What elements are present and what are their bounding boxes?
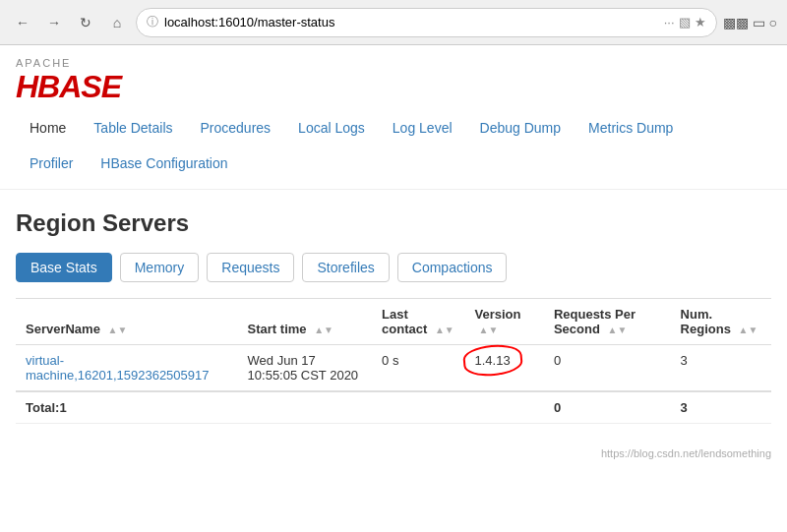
nav-item-debug-dump[interactable]: Debug Dump [466, 110, 575, 146]
footer-watermark: https://blog.csdn.net/lendsomething [0, 443, 787, 463]
tab-storefiles[interactable]: Storefiles [302, 253, 389, 282]
nav-item-local-logs[interactable]: Local Logs [284, 110, 379, 146]
region-servers-table: ServerName ▲▼ Start time ▲▼ Last contact… [16, 298, 771, 424]
watermark-text: https://blog.csdn.net/lendsomething [601, 447, 771, 459]
nav-item-metrics-dump[interactable]: Metrics Dump [575, 110, 687, 146]
total-empty-1 [238, 391, 372, 424]
col-start-time: Start time ▲▼ [238, 299, 372, 345]
total-empty-2 [372, 391, 464, 424]
profile-icon: ○ [769, 15, 777, 30]
library-icon: ▩▩ [723, 15, 749, 30]
logo-area: APACHE HBASE [0, 45, 787, 110]
nav-item-log-level[interactable]: Log Level [379, 110, 466, 146]
total-rps: 0 [544, 391, 671, 424]
browser-chrome: ← → ↻ ⌂ ⓘ localhost:16010/master-status … [0, 0, 787, 45]
sort-icon-start[interactable]: ▲▼ [314, 325, 333, 335]
logo-apache: APACHE [16, 57, 771, 69]
back-button[interactable]: ← [10, 10, 35, 35]
tabs-bar: Base Stats Memory Requests Storefiles Co… [16, 253, 771, 282]
sort-icon-rps[interactable]: ▲▼ [608, 325, 628, 335]
header-nav: APACHE HBASE Home Table Details Procedur… [0, 45, 787, 190]
url-text: localhost:16010/master-status [164, 15, 658, 30]
col-last-contact: Last contact ▲▼ [372, 299, 464, 345]
tab-base-stats[interactable]: Base Stats [16, 253, 112, 282]
table-row: virtual-machine,16201,1592362505917 Wed … [16, 345, 771, 392]
logo-hbase: HBASE [16, 69, 121, 104]
address-bar-icons: ··· ▧ ★ [664, 15, 706, 30]
sidebar-icon: ▭ [753, 15, 765, 30]
cell-version: 1.4.13 [465, 345, 544, 392]
sort-icon-regions[interactable]: ▲▼ [739, 325, 758, 335]
cell-num-regions: 3 [671, 345, 771, 392]
nav-item-hbase-config[interactable]: HBase Configuration [87, 146, 241, 181]
col-requests-per-second: Requests Per Second ▲▼ [544, 299, 671, 345]
total-empty-3 [465, 391, 544, 424]
nav-item-table-details[interactable]: Table Details [80, 110, 186, 146]
main-content: Region Servers Base Stats Memory Request… [0, 190, 787, 443]
home-button[interactable]: ⌂ [104, 10, 130, 35]
total-regions: 3 [671, 391, 771, 424]
tab-requests[interactable]: Requests [207, 253, 294, 282]
col-server-name: ServerName ▲▼ [16, 299, 238, 345]
bookmark-icon: ★ [695, 15, 706, 30]
total-row: Total:1 0 3 [16, 391, 771, 424]
address-bar[interactable]: ⓘ localhost:16010/master-status ··· ▧ ★ [136, 8, 717, 37]
nav-item-home[interactable]: Home [16, 110, 80, 146]
col-num-regions: Num. Regions ▲▼ [671, 299, 771, 345]
page-content: APACHE HBASE Home Table Details Procedur… [0, 45, 787, 463]
shield-icon: ▧ [679, 15, 691, 30]
cell-requests-per-second: 0 [544, 345, 671, 392]
tab-compactions[interactable]: Compactions [397, 253, 508, 282]
security-icon: ⓘ [147, 14, 158, 30]
sort-icon-contact[interactable]: ▲▼ [435, 325, 454, 335]
cell-last-contact: 0 s [372, 345, 464, 392]
forward-button[interactable]: → [41, 10, 67, 35]
nav-bar-row1: Home Table Details Procedures Local Logs… [0, 110, 787, 146]
more-icon: ··· [664, 15, 675, 30]
cell-start-time: Wed Jun 17 10:55:05 CST 2020 [238, 345, 372, 392]
nav-item-procedures[interactable]: Procedures [187, 110, 285, 146]
server-link[interactable]: virtual-machine,16201,1592362505917 [26, 353, 210, 383]
total-label: Total:1 [16, 391, 238, 424]
nav-item-profiler[interactable]: Profiler [16, 146, 87, 181]
refresh-button[interactable]: ↻ [73, 10, 98, 35]
sort-icon-version[interactable]: ▲▼ [479, 325, 499, 335]
section-title: Region Servers [16, 209, 771, 237]
tab-memory[interactable]: Memory [120, 253, 200, 282]
nav-bar-row2: Profiler HBase Configuration [0, 146, 787, 189]
cell-server-name: virtual-machine,16201,1592362505917 [16, 345, 238, 392]
col-version: Version ▲▼ [465, 299, 544, 345]
sort-icon-server[interactable]: ▲▼ [108, 325, 128, 335]
version-value: 1.4.13 [475, 353, 511, 368]
browser-right-icons: ▩▩ ▭ ○ [723, 15, 777, 30]
